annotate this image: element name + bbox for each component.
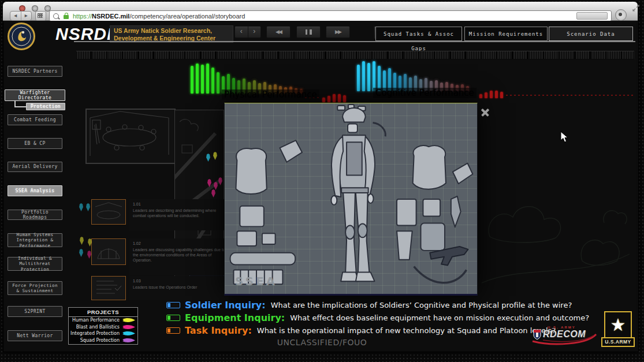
header-divider (74, 41, 635, 42)
sidebar-item-human-systems[interactable]: Human Systems Integration & Performance (8, 233, 62, 247)
close-icon[interactable] (480, 107, 490, 117)
meeting-room-sketch (87, 110, 172, 161)
ssea-equipment-modal: SSEA (224, 103, 478, 296)
inquiry-tag-icon (166, 327, 180, 334)
mouse-cursor (560, 132, 569, 144)
eq-bar (373, 61, 375, 91)
fast-forward-button[interactable]: ▶▶ (326, 26, 350, 38)
url-text: https://NSRDEC.mil/competency/area/opera… (73, 13, 245, 20)
sidebar-item-eb-cp[interactable]: EB & CP (8, 138, 62, 149)
search-icon (53, 13, 59, 19)
inquiry-text: What effect does baseline equipment have… (290, 314, 589, 322)
storyboard-main-sketch[interactable] (85, 109, 176, 164)
ssea-watermark: SSEA (235, 274, 277, 288)
eq-bar (322, 98, 325, 102)
browser-forward-icon[interactable]: ▸ (21, 12, 32, 20)
storyboard-caption-1.02: 1.02Leaders are discussing capability ch… (129, 238, 229, 275)
inquiry-tag-icon (166, 315, 180, 321)
eq-dash-line (506, 95, 633, 96)
lock-icon (64, 15, 69, 19)
inquiry-row-task: Task Inquiry:What is the operational imp… (166, 324, 556, 336)
sidebar-item-portfolio-roadmaps[interactable]: Portfolio Roadmaps (8, 210, 62, 220)
browser-toolbar: ◂▸ https://NSRDEC.mil/competency/area/op… (3, 2, 638, 21)
tab-scenario-data[interactable]: Scenario Data (549, 27, 633, 41)
browser-back-icon[interactable]: ◂ (10, 12, 21, 20)
sidebar-item-s2print[interactable]: S2PRINT (8, 306, 62, 317)
step-back-icon[interactable]: ‹ (235, 27, 248, 38)
rdecom-logo: U.S. ARMY RDECOM (529, 325, 598, 346)
sidebar-item-individual-[interactable]: Individual & Multithreat Protection (8, 257, 62, 271)
inquiry-tag-fill (167, 303, 170, 307)
eq-bar (485, 92, 487, 98)
pause-icon (306, 29, 312, 35)
project-legend-integrated-protection: Integrated Protection (69, 330, 137, 337)
rdecom-wordmark: RDECOM (543, 329, 586, 339)
rewind-button[interactable]: ◀◀ (266, 26, 291, 38)
tabs-overview-button[interactable] (35, 11, 46, 21)
grid-icon (38, 13, 43, 18)
eq-bar (338, 94, 341, 102)
fast-forward-icon: ▶▶ (335, 29, 341, 35)
inquiry-tag-fill (167, 329, 170, 333)
inquiry-text: What are the implications of Soldiers’ C… (271, 301, 572, 309)
sidebar-item-nsrdec-partners[interactable]: NSRDEC Partners (8, 66, 62, 77)
inquiry-text: What is the operational impact of new te… (257, 326, 556, 335)
project-legend-human-performance: Human Performance (69, 317, 137, 324)
project-arrow-icon (122, 318, 136, 323)
eq-bar (357, 65, 360, 91)
browser-nav-buttons[interactable]: ◂▸ (10, 11, 32, 21)
url-bar[interactable]: https://NSRDEC.mil/competency/area/opera… (49, 10, 612, 21)
eq-bar (211, 68, 214, 94)
projects-title: PROJECTS (69, 308, 137, 317)
sidebar-item-aerial-delivery[interactable]: Aerial Delivery (8, 162, 62, 172)
storyboard-caption-1.01: 1.01Leaders are describing and determini… (129, 199, 229, 230)
storyboard-thumb-1.01[interactable] (91, 199, 126, 225)
inquiry-row-equipment: Equipment Inquiry:What effect does basel… (166, 312, 589, 323)
storyboard-nav-buttons[interactable]: ‹› (234, 26, 261, 38)
eq-bar (490, 91, 493, 98)
eq-bar (333, 94, 336, 102)
eq-tail-cluster (322, 92, 348, 102)
inquiry-row-soldier: Soldier Inquiry:What are the implication… (166, 299, 572, 311)
rewind-icon: ◀◀ (276, 29, 281, 35)
sidebar-item-warfighter-directorate[interactable]: Warfighter Directorate (5, 89, 65, 101)
sidebar-item-combat-feeding[interactable]: Combat Feeding (8, 114, 62, 125)
tab-squad-tasks-assoc-gaps[interactable]: Squad Tasks & Assoc Gaps (375, 27, 462, 41)
eq-bar (362, 61, 365, 91)
project-label: Human Performance (72, 318, 120, 323)
soldier-equipment-sketch (225, 103, 476, 292)
cognitive-performance-label: Cognitive Performance (373, 88, 477, 98)
eq-bar (343, 95, 346, 102)
physical-performance-label: Physical Performance (222, 89, 319, 100)
inquiry-tag-fill (167, 316, 170, 320)
pause-button[interactable] (296, 26, 321, 38)
eq-bar (217, 72, 219, 94)
eq-bar (196, 64, 199, 94)
project-arrow-icon (122, 331, 136, 336)
eq-bar (500, 92, 503, 98)
storyboard-thumb-1.02[interactable] (91, 238, 126, 265)
equalizer-physical (191, 62, 305, 94)
tab-mission-requirements[interactable]: Mission Requirements (464, 27, 548, 41)
terrain-sketch (478, 167, 633, 289)
storyboard-thumb-1.03[interactable] (91, 276, 126, 300)
eq-tail-cluster (479, 88, 505, 98)
storyboard-caption-1.03: 1.03Leaders issue the Operations Order (129, 276, 229, 300)
project-arrow-icon (122, 324, 136, 330)
sidebar-item-ssea-analysis[interactable]: SSEA Analysis (8, 185, 62, 196)
sidebar-item-protection[interactable]: Protection (26, 103, 65, 110)
app-subtitle: US Army Natick Soldier Research,Developm… (110, 25, 233, 43)
eq-bar (191, 66, 193, 94)
eq-bar (201, 65, 204, 94)
inquiry-label: Equipment Inquiry: (185, 312, 285, 323)
eq-bar (495, 91, 498, 98)
eq-bar (479, 94, 482, 98)
inquiry-tag-icon (166, 302, 180, 308)
step-forward-icon[interactable]: › (248, 27, 261, 38)
fullscreen-expand-icon[interactable] (632, 5, 639, 12)
timeline-ruler[interactable] (76, 51, 634, 59)
url-field-button[interactable] (576, 12, 608, 20)
sidebar-item-force-projection[interactable]: Force Projection & Sustainment (8, 281, 62, 295)
us-army-wordmark: U.S.ARMY (601, 337, 635, 347)
browser-menu-button[interactable] (615, 9, 627, 21)
